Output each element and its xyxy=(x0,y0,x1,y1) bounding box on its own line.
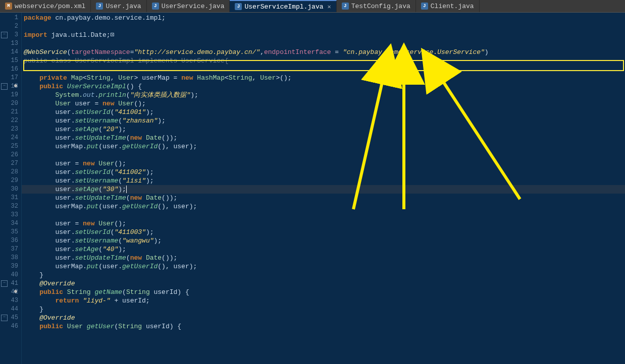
gutter-marker-icon xyxy=(14,84,17,87)
line-number[interactable]: 32 xyxy=(0,202,21,211)
line-number[interactable]: 1 xyxy=(0,14,21,22)
line-number[interactable]: 36 xyxy=(0,236,21,245)
line-number[interactable]: 26 xyxy=(0,151,21,159)
editor-tab[interactable]: JUserService.java xyxy=(147,0,230,12)
editor-tab[interactable]: JUserServiceImpl.java✕ xyxy=(230,0,336,12)
line-number[interactable]: 14 xyxy=(0,48,21,56)
fold-toggle-icon[interactable]: − xyxy=(1,32,8,38)
code-line: package cn.paybay.demo.service.impl; xyxy=(22,14,625,22)
tab-label: UserService.java xyxy=(162,3,225,10)
tab-label: TestConfig.java xyxy=(351,3,410,10)
code-line: userMap.put(user.getUserId(), user); xyxy=(22,142,625,151)
code-line: public class UserServiceImpl implements … xyxy=(22,56,625,65)
line-number[interactable]: 38 xyxy=(0,254,21,262)
code-line xyxy=(22,22,625,31)
code-line: @WebService(targetNamespace="http://serv… xyxy=(22,48,625,56)
line-number[interactable]: 45− xyxy=(0,314,21,322)
line-gutter: 123−131415161718−19202122232425262728293… xyxy=(0,13,22,364)
close-icon[interactable]: ✕ xyxy=(328,3,331,11)
line-number[interactable]: 25 xyxy=(0,142,21,151)
code-line: import java.util.Date;⊡ xyxy=(22,31,625,39)
tab-label: webservice/pom.xml xyxy=(15,3,85,10)
line-number[interactable]: 18− xyxy=(0,82,21,91)
code-line xyxy=(22,211,625,219)
editor-tabbar: Mwebservice/pom.xmlJUser.javaJUserServic… xyxy=(0,0,625,13)
code-editor[interactable]: 123−131415161718−19202122232425262728293… xyxy=(0,13,625,364)
line-number[interactable]: 42 xyxy=(0,288,21,296)
gutter-marker-icon xyxy=(14,290,17,293)
tab-label: Client.java xyxy=(431,3,474,10)
code-line: user.setUpdateTime(new Date()); xyxy=(22,134,625,142)
code-line: user.setUserId("411003"); xyxy=(22,228,625,236)
line-number[interactable]: 37 xyxy=(0,245,21,254)
line-number[interactable]: 39 xyxy=(0,262,21,271)
line-number[interactable]: 46 xyxy=(0,322,21,331)
code-line: private Map<String, User> userMap = new … xyxy=(22,74,625,82)
code-line: user.setUsername("zhansan"); xyxy=(22,116,625,125)
code-line: public String getName(String userId) { xyxy=(22,288,625,296)
line-number[interactable]: 2 xyxy=(0,22,21,31)
code-line: } xyxy=(22,271,625,279)
line-number[interactable]: 16 xyxy=(0,65,21,74)
code-area[interactable]: package cn.paybay.demo.service.impl; imp… xyxy=(22,13,625,364)
code-line: user.setUsername("wangwu"); xyxy=(22,236,625,245)
line-number[interactable]: 31 xyxy=(0,194,21,202)
code-line: user.setUpdateTime(new Date()); xyxy=(22,194,625,202)
line-number[interactable]: 30 xyxy=(0,185,21,194)
tab-label: UserServiceImpl.java xyxy=(244,3,323,11)
tab-label: User.java xyxy=(106,3,141,10)
fold-toggle-icon[interactable]: − xyxy=(1,280,8,287)
line-number[interactable]: 40 xyxy=(0,271,21,279)
editor-tab[interactable]: Mwebservice/pom.xml xyxy=(0,0,91,12)
line-number[interactable]: 41− xyxy=(0,279,21,288)
code-line: user.setUserId("411001"); xyxy=(22,108,625,116)
line-number[interactable]: 22 xyxy=(0,116,21,125)
code-line: public User getUser(String userId) { xyxy=(22,322,625,331)
code-line: userMap.put(user.getUserId(), user); xyxy=(22,202,625,211)
java-file-icon: J xyxy=(96,3,103,10)
editor-tab[interactable]: JClient.java xyxy=(416,0,480,12)
editor-tab[interactable]: JUser.java xyxy=(91,0,146,12)
code-line xyxy=(22,151,625,159)
java-file-icon: J xyxy=(235,3,242,10)
code-line: user = new User(); xyxy=(22,219,625,228)
code-line: @Override xyxy=(22,279,625,288)
xml-file-icon: M xyxy=(5,3,12,10)
line-number[interactable]: 28 xyxy=(0,168,21,176)
code-line xyxy=(22,65,625,74)
line-number[interactable]: 20 xyxy=(0,99,21,108)
fold-toggle-icon[interactable]: − xyxy=(1,315,8,321)
code-line: userMap.put(user.getUserId(), user); xyxy=(22,262,625,271)
code-line: user.setAge("20"); xyxy=(22,125,625,134)
editor-tab[interactable]: JTestConfig.java xyxy=(337,0,416,12)
line-number[interactable]: 43 xyxy=(0,296,21,305)
line-number[interactable]: 17 xyxy=(0,74,21,82)
code-line: System.out.println("向实体类插入数据"); xyxy=(22,91,625,99)
line-number[interactable]: 13 xyxy=(0,39,21,48)
java-file-icon: J xyxy=(421,3,428,10)
line-number[interactable]: 3− xyxy=(0,31,21,39)
line-number[interactable]: 34 xyxy=(0,219,21,228)
code-line: user.setUpdateTime(new Date()); xyxy=(22,254,625,262)
line-number[interactable]: 27 xyxy=(0,159,21,168)
line-number[interactable]: 29 xyxy=(0,176,21,185)
java-file-icon: J xyxy=(342,3,349,10)
fold-toggle-icon[interactable]: − xyxy=(1,83,8,90)
code-line: public UserServiceImpl() { xyxy=(22,82,625,91)
code-line: user.setAge("40"); xyxy=(22,245,625,254)
line-number[interactable]: 44 xyxy=(0,305,21,314)
line-number[interactable]: 21 xyxy=(0,108,21,116)
code-line: } xyxy=(22,305,625,314)
line-number[interactable]: 19 xyxy=(0,91,21,99)
code-line: user.setUsername("lisi"); xyxy=(22,176,625,185)
code-line: return "liyd-" + userId; xyxy=(22,296,625,305)
line-number[interactable]: 24 xyxy=(0,134,21,142)
code-line-current: user.setAge("30"); xyxy=(22,185,625,194)
line-number[interactable]: 35 xyxy=(0,228,21,236)
code-line: @Override xyxy=(22,314,625,322)
java-file-icon: J xyxy=(152,3,159,10)
line-number[interactable]: 23 xyxy=(0,125,21,134)
line-number[interactable]: 33 xyxy=(0,211,21,219)
code-line: user = new User(); xyxy=(22,159,625,168)
line-number[interactable]: 15 xyxy=(0,56,21,65)
